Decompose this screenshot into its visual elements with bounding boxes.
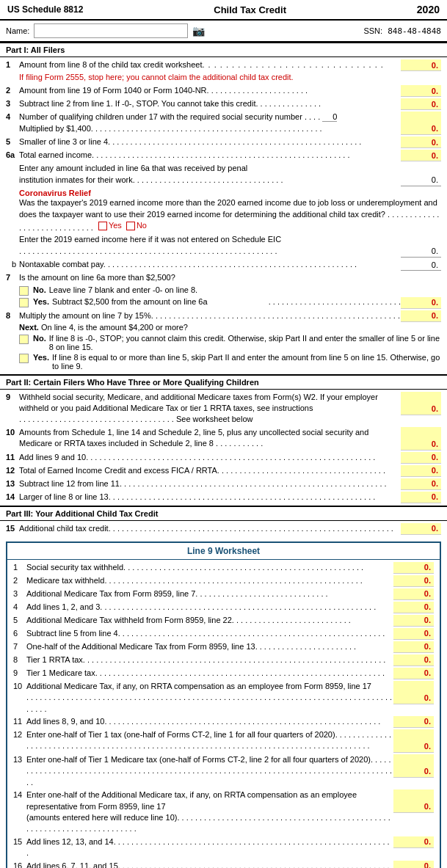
line-4-input[interactable] <box>322 112 337 122</box>
line-1-row: 1 Amount from line 8 of the child tax cr… <box>6 59 441 72</box>
line-7-value: 0. <box>401 297 441 309</box>
ws-line-content-3: Additional Medicare Tax from Form 8959, … <box>26 588 393 599</box>
line-11-num: 11 <box>6 452 19 462</box>
line-9-value: 0. <box>401 392 441 415</box>
covid-enter-value[interactable]: 0. <box>401 234 441 258</box>
line-15-num: 15 <box>6 523 19 533</box>
ws-line-3: 3Additional Medicare Tax from Form 8959,… <box>13 588 434 601</box>
line-8-no-label: No. <box>33 334 46 343</box>
ws-line-14: 14Enter one-half of the Additional Medic… <box>13 789 434 836</box>
no-box-icon[interactable] <box>126 222 135 230</box>
ws-line-num-7: 7 <box>13 641 26 651</box>
ws-line-4: 4Add lines 1, 2, and 3. . . . . . . . . … <box>13 601 434 614</box>
line-2-row: 2 Amount from line 19 of Form 1040 or Fo… <box>6 84 441 98</box>
ws-line-value-10: 0. <box>393 681 434 704</box>
line-8-value: 0. <box>401 310 441 322</box>
line-2-num: 2 <box>6 85 19 95</box>
no-checkbox-8[interactable] <box>19 335 29 344</box>
line-1-content: Amount from line 8 of the child tax cred… <box>19 59 401 70</box>
line-8-no-text: If line 8 is -0-, STOP; you cannot claim… <box>49 334 441 351</box>
ws-line-value-3: 0. <box>393 588 434 600</box>
ws-line-num-3: 3 <box>13 588 26 598</box>
line-13-content: Subtract line 12 from line 11. . . . . .… <box>19 478 401 489</box>
line-5-value: 0. <box>401 136 441 148</box>
yes-box-icon[interactable] <box>98 222 107 230</box>
part3-body: 15 Additional child tax credit. . . . . … <box>0 521 447 537</box>
covid-enter-row: Enter the 2019 earned income here if it … <box>6 233 441 258</box>
ws-line-content-2: Medicare tax withheld. . . . . . . . . .… <box>26 575 393 586</box>
line-8-num: 8 <box>6 310 19 320</box>
ws-line-num-1: 1 <box>13 562 26 572</box>
yes-no-area: Yes No <box>98 220 147 231</box>
ws-line-value-7: 0. <box>393 641 434 653</box>
line-8-yes-text: If line 8 is equal to or more than line … <box>52 353 441 371</box>
ws-line-value-14: 0. <box>393 789 434 813</box>
line-4-num: 4 <box>6 112 19 121</box>
line-6a-num: 6a <box>6 150 19 159</box>
line-9-num: 9 <box>6 392 19 401</box>
line-2-value: 0. <box>401 85 441 97</box>
line-6b-input[interactable]: 0. <box>401 259 441 271</box>
part1-header: Part I: All Filers <box>0 42 447 57</box>
part1-body: 1 Amount from line 8 of the child tax cr… <box>0 57 447 374</box>
line-1-num: 1 <box>6 59 19 69</box>
line-1-value: 0. <box>401 59 441 71</box>
ws-line-content-13: Enter one-half of Tier 1 Medicare tax (o… <box>26 754 393 788</box>
yes-checkbox-7[interactable] <box>19 298 29 307</box>
line-7-num: 7 <box>6 272 19 282</box>
page-header: US Schedule 8812 Child Tax Credit 2020 <box>0 0 447 21</box>
line-8-next: Next. On line 4, is the amount $4,200 or… <box>6 323 441 333</box>
line-8-content: Multiply the amount on line 7 by 15%. . … <box>19 310 401 321</box>
line-9-row: 9 Withheld social security, Medicare, an… <box>6 391 441 426</box>
name-row: Name: 📷 SSN: 848-48-4848 <box>0 21 447 42</box>
worksheet-body: 1Social security tax withheld. . . . . .… <box>7 560 440 868</box>
ws-line-value-8: 0. <box>393 654 434 666</box>
worksheet-box: Line 9 Worksheet 1Social security tax wi… <box>6 541 441 868</box>
ws-line-11: 11Add lines 8, 9, and 10. . . . . . . . … <box>13 715 434 729</box>
ws-line-content-16: Add lines 6, 7, 11, and 15. . . . . . . … <box>26 861 393 869</box>
line-7-no-text: Leave line 7 blank and enter -0- on line… <box>49 285 197 294</box>
line-2-content: Amount from line 19 of Form 1040 or Form… <box>19 85 401 96</box>
ws-line-num-6: 6 <box>13 628 26 638</box>
line-8-no-row: No. If line 8 is -0-, STOP; you cannot c… <box>6 333 441 352</box>
ws-line-content-5: Additional Medicare Tax withheld from Fo… <box>26 615 393 626</box>
ws-line-6: 6Subtract line 5 from line 4. . . . . . … <box>13 627 434 641</box>
line-6b-content: Nontaxable combat pay. . . . . . . . . .… <box>19 259 401 270</box>
ssn-value: 848-48-4848 <box>388 26 441 36</box>
line-6a-penal-content: Enter any amount included in line 6a tha… <box>19 163 401 186</box>
ws-line-num-8: 8 <box>13 654 26 664</box>
line-6a-content: Total earned income. . . . . . . . . . .… <box>19 150 401 161</box>
ws-line-value-2: 0. <box>393 575 434 587</box>
ws-line-content-14: Enter one-half of the Additional Medicar… <box>26 789 393 835</box>
ws-line-value-5: 0. <box>393 615 434 627</box>
ws-line-value-15: 0. <box>393 836 434 848</box>
line-11-content: Add lines 9 and 10. . . . . . . . . . . … <box>19 452 401 463</box>
ws-line-value-12: 0. <box>393 729 434 753</box>
line-6a-penal-row: Enter any amount included in line 6a tha… <box>6 162 441 187</box>
line-7-no-label: No. <box>33 285 46 294</box>
line-6a-penal-input[interactable]: 0. <box>401 163 441 186</box>
line-8-yes-label: Yes. <box>33 353 49 362</box>
ws-line-num-15: 15 <box>13 836 26 846</box>
line-4-row: 4 Number of qualifying children under 17… <box>6 111 441 136</box>
line-12-value: 0. <box>401 465 441 477</box>
no-checkbox[interactable]: No <box>126 220 147 231</box>
no-checkbox-7[interactable] <box>19 286 29 296</box>
yes-checkbox[interactable]: Yes <box>98 220 122 231</box>
ws-line-content-10: Additional Medicare Tax, if any, on RRTA… <box>26 681 393 715</box>
line-7-yes-text: Subtract $2,500 from the amount on line … <box>52 297 269 306</box>
name-input[interactable] <box>34 23 188 38</box>
line-6b-letter: b <box>6 259 19 269</box>
camera-icon[interactable]: 📷 <box>192 25 205 37</box>
covid-enter-content: Enter the 2019 earned income here if it … <box>19 234 401 257</box>
ws-line-num-9: 9 <box>13 668 26 677</box>
line-5-num: 5 <box>6 136 19 146</box>
ws-line-content-15: Add lines 12, 13, and 14. . . . . . . . … <box>26 836 393 859</box>
ws-line-content-9: Tier 1 Medicare tax. . . . . . . . . . .… <box>26 668 393 679</box>
yes-checkbox-8[interactable] <box>19 354 29 363</box>
line-3-row: 3 Subtract line 2 from line 1. If -0-, S… <box>6 98 441 111</box>
ws-line-num-13: 13 <box>13 754 26 764</box>
form-id: US Schedule 8812 <box>7 4 83 15</box>
line-13-row: 13 Subtract line 12 from line 11. . . . … <box>6 478 441 491</box>
line-8-row: 8 Multiply the amount on line 7 by 15%. … <box>6 310 441 323</box>
